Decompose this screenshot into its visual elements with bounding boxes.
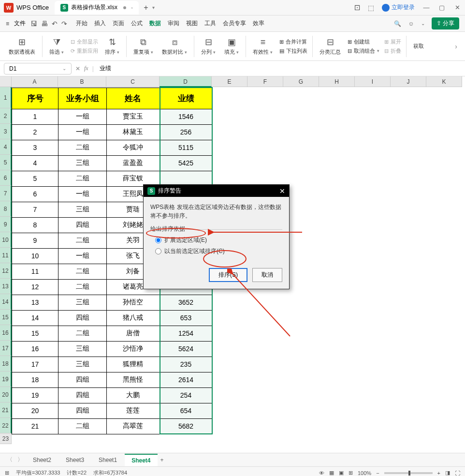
row-header-12[interactable]: 12 — [0, 263, 12, 279]
sheet-tab-sheet4[interactable]: Sheet4 — [125, 454, 157, 466]
row-header-4[interactable]: 4 — [0, 139, 12, 155]
cell[interactable]: 令狐冲 — [107, 140, 160, 155]
cell[interactable]: 8 — [12, 217, 58, 233]
cell[interactable]: 三组 — [58, 295, 107, 310]
cell[interactable]: 大鹏 — [107, 387, 160, 403]
cell[interactable]: 6 — [12, 186, 58, 202]
cell[interactable]: 三组 — [58, 341, 107, 357]
cell[interactable]: 一组 — [58, 109, 107, 124]
cell[interactable]: 猪八戒 — [107, 310, 160, 326]
tab-formula[interactable]: 公式 — [131, 19, 143, 28]
validity-button[interactable]: ≡ 有效性 ▾ — [249, 34, 276, 59]
cell[interactable]: 653 — [160, 310, 212, 326]
ungroup-button[interactable]: ⊟取消组合 ▾ — [348, 47, 379, 55]
formula-input[interactable]: 业绩 — [98, 62, 461, 74]
sidebar-toggle-icon[interactable]: ◨ — [445, 470, 450, 476]
cell-reference-input[interactable]: D1 ⌄ — [4, 63, 72, 74]
sheet-nav-next[interactable]: 〉 — [15, 456, 25, 464]
row-header-21[interactable]: 21 — [0, 402, 12, 418]
cell[interactable]: 蓝盈盈 — [107, 155, 160, 171]
th-name[interactable]: 姓名 — [107, 88, 160, 109]
tab-menu-icon[interactable]: ▾ — [152, 5, 155, 10]
sort-ok-button[interactable]: 排序(S) — [209, 268, 247, 282]
minimize-button[interactable]: — — [422, 4, 430, 11]
sheet-tab-sheet3[interactable]: Sheet3 — [59, 454, 91, 466]
col-header-i[interactable]: I — [355, 76, 391, 87]
cell[interactable]: 5425 — [160, 155, 212, 171]
cell[interactable]: 5624 — [160, 341, 212, 357]
sheet-tab-sheet1[interactable]: Sheet1 — [92, 454, 124, 466]
th-group[interactable]: 业务小组 — [58, 88, 107, 109]
cell[interactable]: 654 — [160, 403, 212, 418]
col-header-d[interactable]: D — [160, 76, 212, 87]
cell[interactable]: 1 — [12, 109, 58, 124]
save-icon[interactable]: 🖫 — [30, 20, 37, 28]
zoom-value[interactable]: 100% — [358, 470, 371, 476]
file-tab[interactable]: S 表格操作场景.xlsx ◦ — [55, 1, 139, 15]
col-header-e[interactable]: E — [212, 76, 247, 87]
tab-tools[interactable]: 工具 — [204, 19, 216, 28]
pivot-button[interactable]: ⊞ 数据透视表 — [5, 34, 39, 59]
tab-member[interactable]: 会员专享 — [223, 19, 246, 28]
cell[interactable]: 1546 — [160, 109, 212, 124]
radio-expand-selection[interactable]: 扩展选定区域(E) — [155, 236, 282, 244]
hamburger-icon[interactable]: ≡ — [6, 20, 9, 27]
redo-icon[interactable]: ↷ — [61, 20, 67, 28]
expand-button[interactable]: ⊞展开 — [384, 38, 401, 45]
tab-data[interactable]: 数据 — [149, 19, 161, 28]
row-header-15[interactable]: 15 — [0, 310, 12, 325]
col-header-a[interactable]: A — [12, 76, 58, 87]
row-header-20[interactable]: 20 — [0, 387, 12, 402]
share-button[interactable]: ⇪ 分享 — [432, 17, 459, 30]
row-header-14[interactable]: 14 — [0, 294, 12, 310]
cell[interactable]: 贾宝玉 — [107, 109, 160, 124]
row-header-1[interactable]: 1 — [0, 87, 12, 108]
col-header-g[interactable]: G — [283, 76, 319, 87]
select-all-corner[interactable] — [0, 76, 12, 87]
cell[interactable]: 一组 — [58, 186, 107, 202]
cell[interactable]: 13 — [12, 295, 58, 310]
tab-page[interactable]: 页面 — [113, 19, 124, 28]
cell[interactable]: 二组 — [58, 418, 107, 434]
cube-icon[interactable]: ⬚ — [368, 4, 374, 12]
subtotal-button[interactable]: ⊟ 分类汇总 — [316, 34, 345, 59]
th-seq[interactable]: 序号 — [12, 88, 58, 109]
cell[interactable]: 3 — [12, 140, 58, 155]
cell[interactable]: 235 — [160, 357, 212, 372]
login-button[interactable]: 立即登录 — [382, 3, 415, 12]
cell[interactable]: 三组 — [58, 357, 107, 372]
file-menu[interactable]: 文件 — [14, 19, 26, 28]
cell[interactable]: 9 — [12, 233, 58, 248]
radio-current-selection[interactable]: 以当前选定区域排序(C) — [155, 247, 282, 255]
cell[interactable]: 10 — [12, 248, 58, 264]
cell[interactable]: 11 — [12, 264, 58, 279]
cell[interactable]: 林黛玉 — [107, 124, 160, 140]
search-icon[interactable]: 🔍 — [394, 20, 401, 27]
add-sheet-button[interactable]: + — [160, 457, 164, 463]
dup-button[interactable]: ⧉ 重复项 ▾ — [130, 34, 157, 59]
row-header-22[interactable]: 22 — [0, 418, 12, 433]
cell[interactable]: 5682 — [160, 418, 212, 434]
col-header-f[interactable]: F — [247, 76, 283, 87]
cell[interactable]: 四组 — [58, 372, 107, 387]
fill-button[interactable]: ▣ 填充 ▾ — [220, 34, 243, 59]
row-header-6[interactable]: 6 — [0, 170, 12, 186]
cell[interactable]: 12 — [12, 279, 58, 295]
sheet-nav-prev[interactable]: 〈 — [5, 456, 15, 464]
zoom-out-button[interactable]: − — [376, 470, 379, 476]
close-button[interactable]: ✕ — [453, 4, 461, 11]
cell[interactable]: 19 — [12, 387, 58, 403]
cell[interactable]: 四组 — [58, 387, 107, 403]
view-page-icon[interactable]: ▣ — [339, 470, 344, 476]
row-header-10[interactable]: 10 — [0, 232, 12, 248]
group-button[interactable]: ⊞创建组 — [348, 38, 379, 45]
showall-button[interactable]: ⊡全部显示 — [71, 38, 98, 45]
get-button[interactable]: 获取 — [409, 34, 425, 59]
cell[interactable]: 高翠莲 — [107, 418, 160, 434]
cell[interactable]: 一组 — [58, 248, 107, 264]
ribbon-collapse-icon[interactable]: › — [452, 43, 460, 50]
tab-review[interactable]: 审阅 — [168, 19, 179, 28]
split-button[interactable]: ⊟ 分列 ▾ — [197, 34, 219, 59]
cell[interactable]: 16 — [12, 341, 58, 357]
cell[interactable]: 三组 — [58, 202, 107, 217]
